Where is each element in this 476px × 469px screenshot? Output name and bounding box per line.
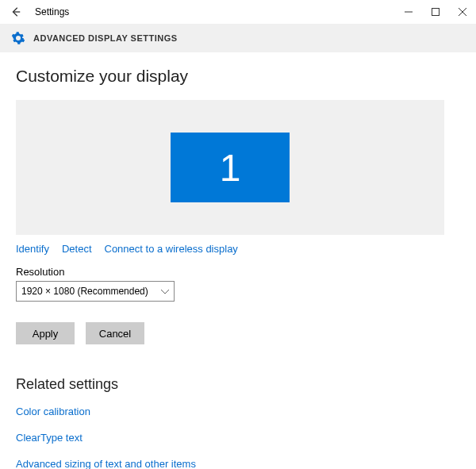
display-preview-area: 1	[16, 100, 444, 235]
color-calibration-link[interactable]: Color calibration	[16, 406, 460, 417]
content: Customize your display 1 Identify Detect…	[0, 52, 476, 469]
content-scroll[interactable]: Customize your display 1 Identify Detect…	[0, 52, 476, 469]
maximize-button[interactable]	[422, 0, 449, 24]
page-title: ADVANCED DISPLAY SETTINGS	[33, 33, 178, 43]
connect-wireless-link[interactable]: Connect to a wireless display	[105, 243, 238, 255]
detect-link[interactable]: Detect	[62, 243, 92, 255]
arrow-left-icon	[10, 6, 21, 17]
maximize-icon	[432, 8, 440, 16]
resolution-label: Resolution	[16, 266, 460, 278]
back-button[interactable]	[0, 0, 32, 24]
display-action-links: Identify Detect Connect to a wireless di…	[16, 243, 460, 255]
close-button[interactable]	[449, 0, 476, 24]
cleartype-text-link[interactable]: ClearType text	[16, 432, 460, 444]
gear-icon	[11, 31, 25, 45]
resolution-value: 1920 × 1080 (Recommended)	[21, 286, 148, 297]
section-heading-related: Related settings	[16, 376, 460, 393]
window-title: Settings	[32, 6, 69, 17]
monitor-number: 1	[220, 146, 241, 190]
monitor-thumbnail-1[interactable]: 1	[171, 133, 290, 202]
button-row: Apply Cancel	[16, 322, 460, 344]
apply-button[interactable]: Apply	[16, 322, 75, 344]
chevron-down-icon	[161, 287, 169, 296]
identify-link[interactable]: Identify	[16, 243, 49, 255]
page-header: ADVANCED DISPLAY SETTINGS	[0, 24, 476, 52]
resolution-dropdown[interactable]: 1920 × 1080 (Recommended)	[16, 281, 175, 302]
close-icon	[459, 8, 466, 16]
advanced-sizing-link[interactable]: Advanced sizing of text and other items	[16, 458, 460, 469]
window-controls	[395, 0, 476, 24]
minimize-icon	[405, 8, 413, 16]
cancel-button[interactable]: Cancel	[86, 322, 144, 344]
section-heading-customize: Customize your display	[16, 67, 460, 86]
minimize-button[interactable]	[395, 0, 422, 24]
svg-rect-2	[432, 9, 440, 16]
title-bar: Settings	[0, 0, 476, 24]
